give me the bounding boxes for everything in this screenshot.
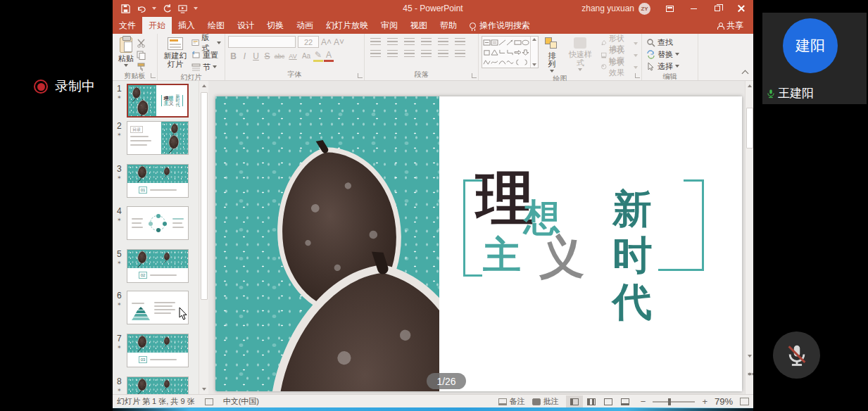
strikethrough-button[interactable]: S [262, 51, 272, 61]
copy-icon[interactable] [137, 50, 146, 59]
format-painter-icon[interactable] [137, 62, 146, 71]
share-button[interactable]: 共享 [707, 17, 753, 34]
tab-help[interactable]: 帮助 [434, 17, 463, 34]
font-dialog-launcher[interactable] [358, 73, 363, 78]
tab-slideshow[interactable]: 幻灯片放映 [320, 17, 375, 34]
tab-animations[interactable]: 动画 [290, 17, 320, 34]
undo-dropdown-caret[interactable] [152, 7, 156, 10]
start-slideshow-icon[interactable] [178, 4, 187, 13]
slide-1-thumbnail[interactable]: 理想主义 新时代 [127, 84, 189, 118]
tab-file[interactable]: 文件 [113, 17, 142, 34]
underline-button[interactable]: U [251, 51, 261, 61]
tab-transitions[interactable]: 切换 [260, 17, 290, 34]
notes-button[interactable]: 备注 [498, 396, 525, 407]
tab-design[interactable]: 设计 [231, 17, 260, 34]
zoom-percent[interactable]: 79% [715, 396, 733, 407]
shrink-font-button[interactable]: A˅ [334, 37, 344, 47]
slide-8-thumbnail[interactable] [127, 377, 189, 394]
shapes-gallery[interactable] [482, 36, 539, 68]
microphone-mute-button[interactable] [773, 331, 820, 379]
cut-icon[interactable] [137, 38, 146, 47]
zoom-in-button[interactable]: + [702, 396, 707, 407]
arrange-button[interactable]: 排列 [542, 36, 562, 74]
layout-button[interactable]: 版式 [190, 37, 222, 49]
slide-4-thumbnail[interactable] [127, 206, 189, 240]
fit-slide-to-window-icon[interactable] [740, 398, 749, 405]
restore-button[interactable] [705, 0, 729, 17]
drawing-dialog-launcher[interactable] [635, 73, 640, 78]
justify-icon[interactable] [421, 50, 432, 58]
reading-view-button[interactable] [600, 396, 617, 408]
slide-2-thumbnail[interactable]: 目录 [127, 121, 189, 155]
increase-indent-icon[interactable] [421, 38, 432, 46]
minimize-button[interactable] [681, 0, 705, 17]
numbering-icon[interactable] [387, 38, 398, 46]
tab-view[interactable]: 视图 [404, 17, 434, 34]
select-button[interactable]: 选择 [645, 61, 696, 72]
change-case-button[interactable]: Aa [300, 52, 313, 60]
thumbnail-scroll-up-icon[interactable] [202, 84, 206, 87]
paragraph-dialog-launcher[interactable] [472, 73, 477, 78]
italic-button[interactable]: I [239, 51, 250, 61]
section-button[interactable]: 节 [190, 61, 222, 72]
slide-scrollbar-thumb[interactable] [746, 108, 753, 148]
shadow-button[interactable]: abc [273, 53, 286, 60]
tab-review[interactable]: 审阅 [375, 17, 404, 34]
font-name-combobox[interactable] [228, 36, 296, 48]
slide-sorter-view-button[interactable] [583, 396, 600, 408]
slide-7-thumbnail[interactable]: 03 [127, 334, 189, 367]
text-direction-icon[interactable] [455, 38, 465, 46]
tell-me-search[interactable]: 操作说明搜索 [463, 17, 536, 34]
align-left-icon[interactable] [370, 50, 381, 58]
participant-tile[interactable]: 建阳 王建阳 [762, 13, 867, 104]
quick-styles-button[interactable]: 快速样式 [565, 36, 596, 74]
comments-button[interactable]: 批注 [532, 396, 559, 407]
align-right-icon[interactable] [404, 50, 415, 58]
next-slide-button[interactable] [748, 376, 753, 388]
qat-customize-caret[interactable] [194, 7, 198, 10]
zoom-slider[interactable] [653, 401, 695, 403]
decrease-indent-icon[interactable] [404, 38, 415, 46]
shapes-gallery-scrollbar[interactable] [530, 37, 538, 68]
grow-font-button[interactable]: A˄ [321, 37, 332, 47]
current-slide[interactable]: 理 想 主 义 新 时 代 1/26 [215, 96, 742, 391]
ribbon-display-options-button[interactable] [658, 0, 681, 17]
save-icon[interactable] [121, 4, 130, 13]
close-button[interactable] [729, 0, 753, 17]
replace-button[interactable]: 替换 [645, 49, 696, 60]
thumbnail-scrollbar-thumb[interactable] [201, 92, 208, 300]
slide-3-thumbnail[interactable]: 01 [127, 164, 189, 198]
normal-view-button[interactable] [566, 396, 583, 408]
font-size-combobox[interactable]: 22 [298, 36, 319, 48]
clipboard-dialog-launcher[interactable] [151, 73, 156, 78]
tab-home[interactable]: 开始 [142, 17, 172, 34]
redo-icon[interactable] [163, 4, 172, 13]
slide-scroll-down-icon[interactable] [748, 355, 752, 358]
recording-indicator[interactable]: 录制中 [34, 77, 95, 96]
slide-scrollbar[interactable] [745, 81, 753, 394]
bullets-icon[interactable] [370, 38, 381, 46]
align-center-icon[interactable] [387, 50, 398, 58]
thumbnail-scrollbar[interactable] [199, 81, 208, 394]
collapse-ribbon-icon[interactable] [742, 70, 749, 77]
slide-5-thumbnail[interactable]: 02 [127, 249, 189, 283]
zoom-out-button[interactable]: − [641, 396, 646, 407]
reset-button[interactable]: 重置 [190, 49, 222, 61]
paste-button[interactable]: 粘贴 [115, 36, 137, 71]
tab-draw[interactable]: 绘图 [201, 17, 231, 34]
thumbnail-scroll-down-icon[interactable] [202, 388, 206, 391]
language-status[interactable]: 中文(中国) [223, 396, 259, 407]
smartart-convert-icon[interactable] [455, 50, 465, 58]
undo-icon[interactable] [137, 4, 146, 13]
accessibility-icon[interactable] [205, 398, 213, 405]
line-spacing-icon[interactable] [438, 38, 448, 46]
highlight-color-button[interactable]: ✎ [313, 50, 323, 62]
bold-button[interactable]: B [228, 51, 239, 61]
shape-effects-button[interactable]: 形状效果 [599, 62, 639, 73]
font-color-button[interactable]: A [324, 50, 334, 62]
slideshow-view-button[interactable] [617, 396, 634, 408]
account-chip[interactable]: zhang yuxuan ZY [574, 3, 658, 15]
character-spacing-button[interactable]: AV [287, 53, 299, 60]
columns-icon[interactable] [438, 50, 448, 58]
tab-insert[interactable]: 插入 [172, 17, 201, 34]
